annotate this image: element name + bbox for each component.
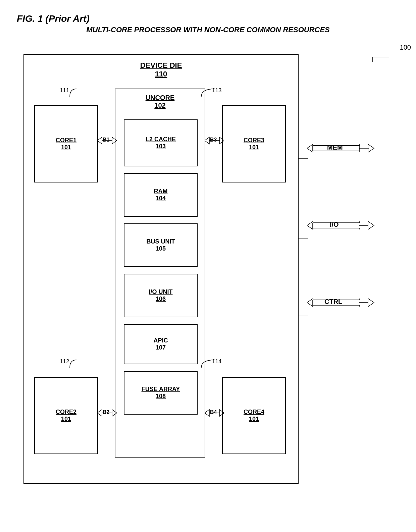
b1-arrow-container: B1 [97, 132, 117, 150]
core3-label: CORE3 101 [244, 137, 264, 151]
b4-label: B4 [210, 409, 217, 415]
diagram-area: 100 DEVICE DIE 110 CORE1 101 CORE2 101 [23, 41, 393, 504]
svg-marker-28 [368, 221, 374, 229]
b3-label: B3 [210, 137, 217, 143]
svg-marker-16 [368, 144, 374, 152]
core3-box: CORE3 101 [222, 105, 286, 182]
core2-box: CORE2 101 [34, 377, 98, 454]
ref-113: 113 [212, 87, 221, 94]
io-label: I/O [330, 221, 339, 228]
ref-100: 100 [400, 44, 411, 51]
ref-114-container: 114 [198, 358, 221, 370]
b2-arrow-container: B2 [97, 405, 117, 423]
mem-arrow-container: MEM [307, 138, 377, 160]
svg-marker-14 [307, 144, 313, 152]
svg-marker-30 [307, 299, 313, 307]
svg-marker-8 [205, 137, 209, 144]
apic-label: APIC 107 [153, 337, 168, 351]
svg-marker-5 [97, 410, 102, 416]
busunit-label: BUS UNIT 105 [147, 238, 175, 252]
l2cache-label: L2 CACHE 103 [146, 136, 176, 150]
fig-subtitle: MULTI-CORE PROCESSOR WITH NON-CORE COMMO… [17, 25, 399, 34]
iounit-label: I/O UNIT 106 [149, 288, 173, 303]
uncore-box: UNCORE 102 L2 CACHE 103 RAM 104 [115, 89, 205, 458]
svg-marker-10 [219, 137, 224, 144]
device-die-label: DEVICE DIE 110 [140, 61, 182, 78]
ref-111-container: 111 [60, 87, 80, 99]
svg-marker-4 [112, 137, 117, 144]
svg-marker-22 [307, 221, 313, 229]
ref-113-container: 113 [198, 87, 221, 99]
b4-arrow-container: B4 [205, 405, 224, 423]
svg-marker-36 [368, 299, 374, 307]
ref-111: 111 [60, 87, 69, 94]
fig-title: FIG. 1 (Prior Art) [17, 13, 399, 24]
ctrl-arrow-container: CTRL [307, 292, 377, 314]
mem-label: MEM [327, 144, 343, 151]
io-arrow-svg [307, 215, 377, 235]
ram-label: RAM 104 [154, 188, 168, 202]
fusearray-box: FUSE ARRAY 108 [124, 371, 198, 415]
b2-label: B2 [103, 409, 109, 415]
svg-marker-13 [219, 410, 224, 416]
ref-100-label [369, 50, 396, 65]
ref-112-container: 112 [60, 358, 80, 370]
device-die-box: DEVICE DIE 110 CORE1 101 CORE2 101 [23, 54, 299, 484]
ctrl-label: CTRL [324, 298, 342, 306]
ref-114: 114 [212, 358, 221, 365]
ref-112: 112 [60, 358, 69, 365]
b3-arrow-container: B3 [205, 132, 224, 150]
svg-marker-11 [205, 410, 209, 416]
ref-100-arrow [369, 50, 396, 64]
b1-label: B1 [103, 137, 109, 143]
iounit-box: I/O UNIT 106 [124, 274, 198, 317]
connector-lines-svg [299, 54, 309, 484]
page: FIG. 1 (Prior Art) MULTI-CORE PROCESSOR … [0, 0, 416, 532]
uncore-label: UNCORE 102 [146, 94, 175, 109]
io-arrow-container: I/O [307, 215, 377, 237]
svg-marker-7 [112, 410, 117, 416]
fusearray-label: FUSE ARRAY 108 [142, 386, 180, 400]
busunit-box: BUS UNIT 105 [124, 223, 198, 267]
svg-marker-2 [97, 137, 102, 144]
core1-label: CORE1 101 [56, 137, 76, 151]
core1-box: CORE1 101 [34, 105, 98, 182]
core4-label: CORE4 101 [244, 409, 264, 423]
l2cache-box: L2 CACHE 103 [124, 119, 198, 166]
ram-box: RAM 104 [124, 173, 198, 217]
core4-box: CORE4 101 [222, 377, 286, 454]
apic-box: APIC 107 [124, 324, 198, 364]
core2-label: CORE2 101 [56, 409, 76, 423]
